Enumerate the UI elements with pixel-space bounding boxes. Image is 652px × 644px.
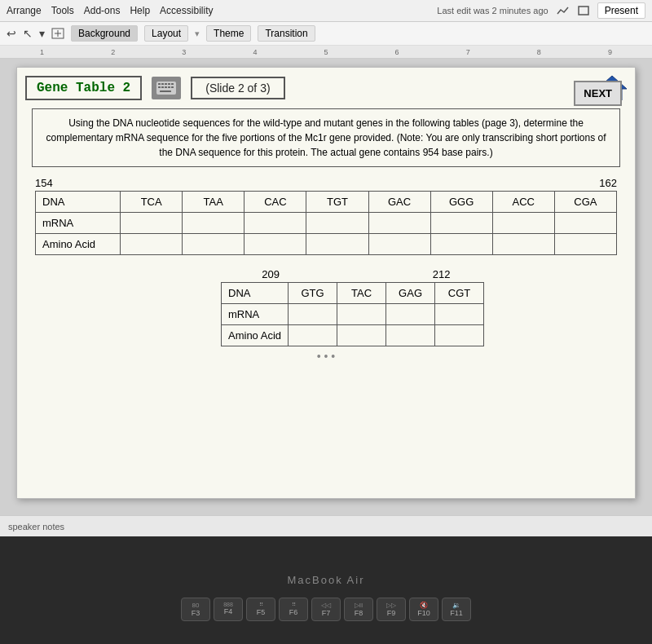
t2-dna-tac: TAC: [337, 283, 386, 304]
menu-items: Arrange Tools Add-ons Help Accessibility: [7, 5, 213, 16]
key-f11[interactable]: 🔉F11: [442, 598, 471, 621]
key-f9[interactable]: ▷▷F9: [377, 598, 406, 621]
keyboard-area: MacBook Air 80F3 888F4 ⠿F5 ⠿F6 ◁◁F7 ▷IIF…: [0, 536, 652, 644]
background-button[interactable]: Background: [71, 25, 138, 42]
theme-button[interactable]: Theme: [206, 25, 251, 42]
insert-icon[interactable]: [51, 28, 64, 39]
dna-acc: ACC: [492, 192, 554, 213]
amino-cell-1[interactable]: [121, 234, 183, 255]
t2-amino-cell-2[interactable]: [337, 325, 386, 346]
mrna-cell-8[interactable]: [554, 213, 616, 234]
table-row-amino[interactable]: Amino Acid: [36, 234, 617, 255]
ruler-7: 7: [466, 48, 470, 56]
key-f8[interactable]: ▷IIF8: [344, 598, 373, 621]
t2-dna-label: DNA: [222, 283, 289, 304]
dna-cac: CAC: [244, 192, 306, 213]
t2-mrna-cell-2[interactable]: [337, 304, 386, 325]
amino-cell-5[interactable]: [368, 234, 430, 255]
t2-amino-cell-1[interactable]: [289, 325, 337, 346]
menu-accessibility[interactable]: Accessibility: [160, 5, 213, 16]
slide-container: NEXT Gene Table 2: [0, 59, 652, 515]
menu-help[interactable]: Help: [130, 5, 150, 16]
amino-cell-3[interactable]: [244, 234, 306, 255]
key-f3[interactable]: 80F3: [181, 598, 210, 621]
dna-tgt: TGT: [306, 192, 368, 213]
mrna-label: mRNA: [36, 213, 121, 234]
menu-arrange[interactable]: Arrange: [7, 5, 42, 16]
menu-tools[interactable]: Tools: [51, 5, 74, 16]
table-row-mrna[interactable]: mRNA: [36, 213, 617, 234]
ruler-6: 6: [395, 48, 399, 56]
ruler: 1 2 3 4 5 6 7 8 9: [0, 46, 652, 59]
present-button[interactable]: Present: [597, 2, 645, 19]
t2-mrna-cell-3[interactable]: [386, 304, 435, 325]
bottom-bar: speaker notes: [0, 515, 652, 536]
position-row-2: 209 212: [176, 268, 537, 282]
speaker-notes[interactable]: speaker notes: [8, 522, 64, 532]
svg-rect-11: [171, 83, 174, 85]
table2-row-mrna[interactable]: mRNA: [222, 304, 484, 325]
toolbar: ↩ ↖ ▾ Background Layout ▾ Theme Transiti…: [0, 22, 652, 46]
amino-cell-4[interactable]: [306, 234, 368, 255]
ruler-3: 3: [182, 48, 186, 56]
t2-mrna-label: mRNA: [222, 304, 289, 325]
t2-dna-gtg: GTG: [289, 283, 337, 304]
ruler-marks: 1 2 3 4 5 6 7 8 9: [7, 48, 645, 56]
next-label[interactable]: NEXT: [574, 81, 622, 106]
svg-rect-10: [168, 83, 170, 85]
mrna-cell-4[interactable]: [306, 213, 368, 234]
key-f7[interactable]: ◁◁F7: [311, 598, 341, 621]
description-box: Using the DNA nucleotide sequences for t…: [32, 108, 620, 167]
ruler-4: 4: [253, 48, 257, 56]
svg-rect-12: [158, 86, 161, 88]
layout-button[interactable]: Layout: [144, 25, 188, 42]
ruler-2: 2: [111, 48, 115, 56]
t2-amino-cell-4[interactable]: [435, 325, 484, 346]
svg-rect-15: [168, 86, 170, 88]
t2-amino-label: Amino Acid: [222, 325, 289, 346]
mrna-cell-3[interactable]: [244, 213, 306, 234]
position-row-1: 154 162: [25, 177, 627, 189]
key-f5[interactable]: ⠿F5: [246, 598, 275, 621]
svg-rect-14: [165, 86, 167, 88]
keyboard-icon: [152, 77, 181, 99]
dna-gac: GAC: [368, 192, 430, 213]
amino-cell-8[interactable]: [554, 234, 616, 255]
slide-header: Gene Table 2 (Slide 2 of 3): [25, 76, 627, 100]
amino-cell-2[interactable]: [183, 234, 244, 255]
slide-title: Gene Table 2: [25, 76, 142, 100]
ruler-5: 5: [324, 48, 328, 56]
t2-amino-cell-3[interactable]: [386, 325, 435, 346]
table2-wrapper: DNA GTG TAC GAG CGT mRNA Amino Acid: [90, 282, 627, 346]
t2-mrna-cell-4[interactable]: [435, 304, 484, 325]
cursor-icon[interactable]: ↖: [23, 27, 33, 40]
ruler-1: 1: [40, 48, 44, 56]
ruler-8: 8: [537, 48, 541, 56]
svg-rect-17: [160, 90, 171, 92]
slide: NEXT Gene Table 2: [16, 67, 636, 499]
svg-rect-0: [579, 7, 588, 15]
key-f10[interactable]: 🔇F10: [409, 598, 438, 621]
mrna-cell-7[interactable]: [492, 213, 554, 234]
key-f6[interactable]: ⠿F6: [279, 598, 308, 621]
amino-cell-6[interactable]: [430, 234, 492, 255]
menu-addons[interactable]: Add-ons: [84, 5, 121, 16]
gene-table-2: DNA GTG TAC GAG CGT mRNA Amino Acid: [221, 282, 484, 346]
next-button-area[interactable]: NEXT: [596, 74, 628, 102]
table-row-dna: DNA TCA TAA CAC TGT GAC GGG ACC CGA: [36, 192, 617, 213]
mrna-cell-5[interactable]: [368, 213, 430, 234]
amino-cell-7[interactable]: [492, 234, 554, 255]
mrna-cell-6[interactable]: [430, 213, 492, 234]
table2-row-amino[interactable]: Amino Acid: [222, 325, 484, 346]
window-icon: [578, 6, 589, 15]
undo-icon[interactable]: ↩: [7, 27, 16, 40]
svg-rect-8: [161, 83, 164, 85]
transition-button[interactable]: Transition: [258, 25, 315, 42]
mrna-cell-2[interactable]: [183, 213, 244, 234]
mrna-cell-1[interactable]: [121, 213, 183, 234]
amino-label: Amino Acid: [36, 234, 121, 255]
dna-tca: TCA: [121, 192, 183, 213]
dropdown-icon[interactable]: ▾: [39, 27, 45, 40]
t2-mrna-cell-1[interactable]: [289, 304, 337, 325]
key-f4[interactable]: 888F4: [214, 598, 243, 621]
